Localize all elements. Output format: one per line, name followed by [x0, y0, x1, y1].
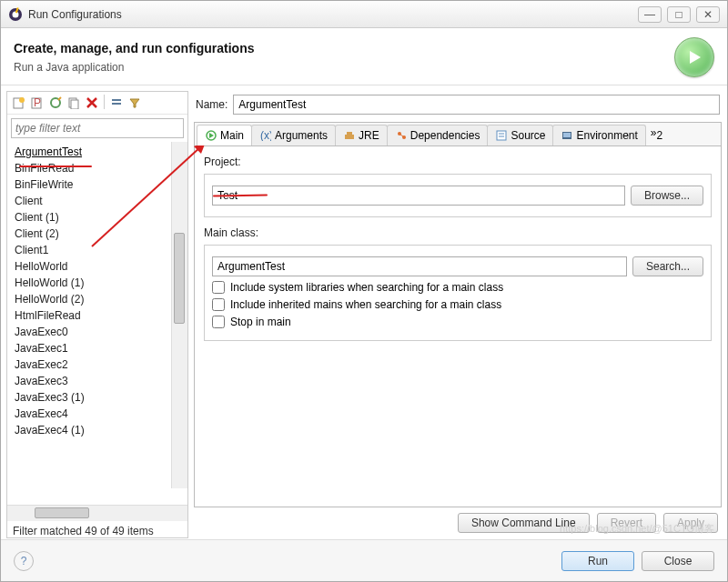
tree-item[interactable]: BinFileRead: [13, 160, 182, 176]
deps-icon: [395, 129, 408, 142]
svg-marker-3: [690, 51, 701, 64]
maximize-button[interactable]: □: [667, 6, 691, 23]
header-title: Create, manage, and run configurations: [14, 41, 674, 55]
tab-source[interactable]: Source: [487, 125, 553, 146]
new-proto-icon[interactable]: P: [29, 95, 46, 111]
run-icon: [205, 129, 217, 142]
action-bar: Show Command Line Revert Apply: [194, 507, 722, 538]
mainclass-input[interactable]: [212, 256, 627, 276]
mainclass-group: Search... Include system libraries when …: [204, 245, 712, 341]
tree-item[interactable]: JavaExec0: [13, 324, 182, 340]
mainclass-label: Main class:: [204, 226, 712, 239]
tree-item[interactable]: Client1: [13, 242, 182, 258]
right-panel: Name: Main (x)=Arguments JRE Dependencie…: [194, 91, 722, 538]
tree-item[interactable]: JavaExec4 (1): [13, 422, 182, 438]
close-button[interactable]: Close: [642, 551, 714, 571]
tree-item[interactable]: JavaExec4: [13, 406, 182, 422]
search-button[interactable]: Search...: [632, 256, 703, 276]
config-toolbar: P: [7, 92, 187, 115]
tree-item[interactable]: HtmlFileRead: [13, 307, 182, 324]
tree-item[interactable]: JavaExec3 (1): [13, 389, 182, 406]
env-icon: [561, 129, 573, 142]
project-input[interactable]: [212, 186, 625, 206]
tab-arguments[interactable]: (x)=Arguments: [251, 125, 336, 146]
tab-bar: Main (x)=Arguments JRE Dependencies Sour…: [194, 122, 722, 146]
filter-icon[interactable]: [126, 95, 143, 111]
dialog-footer: ? Run Close: [1, 539, 727, 581]
header-subtitle: Run a Java application: [14, 61, 674, 74]
svg-rect-17: [347, 132, 352, 135]
tree-item[interactable]: JavaExec2: [13, 356, 182, 373]
close-window-button[interactable]: ✕: [696, 6, 720, 23]
filter-box: [11, 118, 184, 138]
svg-rect-25: [563, 133, 571, 137]
name-label: Name:: [196, 98, 228, 111]
tree-item[interactable]: HelloWorld (2): [13, 291, 182, 307]
svg-text:(x)=: (x)=: [260, 130, 271, 141]
source-icon: [495, 129, 508, 142]
tab-jre[interactable]: JRE: [335, 125, 388, 146]
svg-rect-12: [112, 103, 121, 105]
project-group: Browse...: [204, 174, 712, 217]
run-button[interactable]: Run: [561, 551, 634, 571]
jre-icon: [343, 129, 356, 142]
show-cmdline-button[interactable]: Show Command Line: [458, 513, 590, 533]
svg-rect-10: [71, 100, 78, 109]
export-icon[interactable]: [47, 95, 64, 111]
tab-body-main: Project: Browse... Main class: Search...…: [194, 146, 722, 507]
tree-item[interactable]: ArgumentTest: [13, 144, 182, 160]
tree-item[interactable]: Client: [13, 193, 182, 209]
revert-button[interactable]: Revert: [597, 513, 656, 533]
tree-item[interactable]: JavaExec1: [13, 340, 182, 356]
svg-rect-21: [497, 131, 506, 140]
left-panel: P ArgumentTest BinFileRead BinFileWrite …: [6, 91, 188, 538]
tree-vscroll[interactable]: [171, 142, 187, 488]
filter-input[interactable]: [11, 118, 184, 138]
app-icon: [8, 7, 23, 22]
help-button[interactable]: ?: [14, 551, 34, 571]
apply-button[interactable]: Apply: [663, 513, 718, 533]
new-config-icon[interactable]: [11, 95, 27, 111]
tab-main[interactable]: Main: [197, 125, 252, 146]
chk-system-libs[interactable]: Include system libraries when searching …: [212, 281, 703, 294]
browse-button[interactable]: Browse...: [631, 186, 703, 206]
duplicate-icon[interactable]: [66, 95, 82, 111]
svg-text:P: P: [34, 96, 41, 109]
tab-dependencies[interactable]: Dependencies: [387, 125, 489, 146]
tree-item[interactable]: Client (1): [13, 209, 182, 226]
chk-stop-main[interactable]: Stop in main: [212, 316, 703, 328]
tree-item[interactable]: HelloWorld (1): [13, 275, 182, 291]
svg-line-20: [400, 135, 403, 136]
content-area: P ArgumentTest BinFileRead BinFileWrite …: [1, 85, 727, 544]
config-tree[interactable]: ArgumentTest BinFileRead BinFileWrite Cl…: [7, 142, 187, 505]
tree-hscroll[interactable]: [7, 505, 187, 521]
window-title: Run Configurations: [28, 8, 638, 21]
window-controls: — □ ✕: [638, 6, 720, 23]
svg-rect-16: [345, 135, 354, 139]
tabs-overflow[interactable]: »2: [645, 123, 668, 146]
titlebar: Run Configurations — □ ✕: [1, 1, 727, 28]
tree-item[interactable]: JavaExec3: [13, 373, 182, 389]
tree-item[interactable]: BinFileWrite: [13, 176, 182, 193]
svg-point-5: [19, 97, 25, 103]
filter-status: Filter matched 49 of 49 items: [7, 521, 187, 537]
tab-environment[interactable]: Environment: [552, 125, 645, 146]
minimize-button[interactable]: —: [638, 6, 662, 23]
collapse-icon[interactable]: [108, 95, 125, 111]
name-input[interactable]: [233, 95, 720, 115]
dialog-header: Create, manage, and run configurations R…: [1, 28, 727, 85]
separator: [104, 95, 105, 109]
run-big-icon: [674, 37, 714, 77]
args-icon: (x)=: [259, 129, 272, 142]
chk-inherited-mains[interactable]: Include inherited mains when searching f…: [212, 298, 703, 311]
tree-item[interactable]: HelloWorld: [13, 258, 182, 275]
tree-item[interactable]: Client (2): [13, 226, 182, 242]
project-label: Project:: [204, 156, 712, 168]
svg-rect-11: [112, 99, 121, 101]
delete-icon[interactable]: [84, 95, 100, 111]
